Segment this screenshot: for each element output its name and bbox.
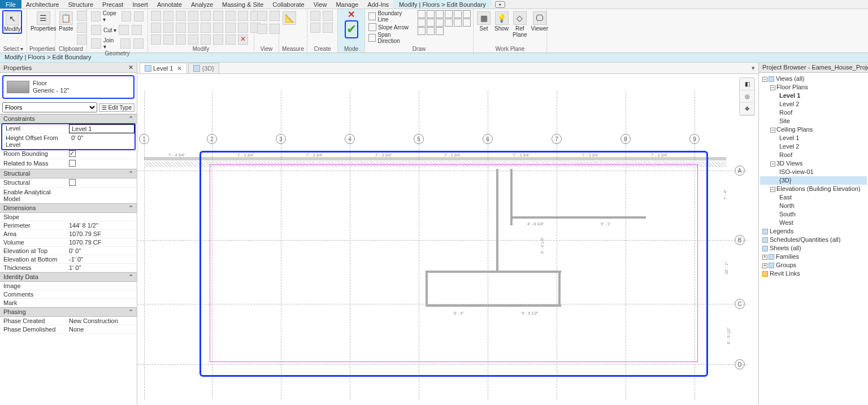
- scale-icon[interactable]: [188, 34, 198, 45]
- navigation-bar[interactable]: ◧ ◎ ✥: [739, 77, 755, 116]
- mod-09-icon[interactable]: [225, 23, 236, 33]
- mod-07-icon[interactable]: [188, 23, 198, 33]
- create4-icon[interactable]: [323, 23, 333, 33]
- draw-arc4-icon[interactable]: [427, 19, 435, 27]
- join-button[interactable]: Join ▾: [89, 37, 145, 50]
- draw-circ-icon[interactable]: [445, 10, 453, 18]
- node-cp-roof[interactable]: Roof: [760, 151, 867, 159]
- node-elev-west[interactable]: West: [760, 219, 867, 227]
- group-constraints[interactable]: Constraints⌃: [0, 114, 137, 124]
- rotate-icon[interactable]: [176, 23, 186, 33]
- node-views[interactable]: −Views (all): [760, 75, 867, 83]
- mod-10-icon[interactable]: [238, 23, 248, 33]
- mod-14-icon[interactable]: [225, 34, 236, 45]
- geom4-icon[interactable]: [132, 25, 142, 35]
- mod-08-icon[interactable]: [201, 23, 211, 33]
- structural-checkbox[interactable]: [69, 179, 76, 186]
- node-groups[interactable]: +Groups: [760, 261, 867, 269]
- array-icon[interactable]: [213, 23, 223, 33]
- menu-precast[interactable]: Precast: [98, 1, 128, 8]
- group-dimensions[interactable]: Dimensions⌃: [0, 203, 137, 213]
- node-fp-roof[interactable]: Roof: [760, 108, 867, 117]
- menu-annotate[interactable]: Annotate: [153, 1, 186, 8]
- node-ceilingplans[interactable]: −Ceiling Plans: [760, 125, 867, 134]
- menu-manage[interactable]: Manage: [331, 1, 363, 8]
- node-fp-level1[interactable]: Level 1: [760, 92, 867, 100]
- phase-demolished-field[interactable]: None: [67, 325, 137, 333]
- view2-icon[interactable]: [270, 11, 280, 21]
- cut-geom-button[interactable]: Cut ▾: [89, 24, 144, 36]
- span-direction-button[interactable]: Span Direction: [367, 32, 414, 44]
- menu-analyze[interactable]: Analyze: [186, 1, 218, 8]
- show-button[interactable]: 💡Show: [493, 10, 510, 33]
- menu-architecture[interactable]: Architecture: [21, 1, 64, 8]
- create3-icon[interactable]: [310, 23, 320, 33]
- geom5-icon[interactable]: [120, 38, 131, 49]
- pan-icon[interactable]: ✥: [740, 103, 754, 115]
- edit-type-button[interactable]: ☰Edit Type: [99, 103, 134, 112]
- view1-icon[interactable]: [257, 11, 267, 21]
- tab-level1-close-icon[interactable]: ✕: [177, 65, 182, 72]
- mod-04-icon[interactable]: [225, 11, 236, 21]
- slope-arrow-button[interactable]: Slope Arrow: [367, 23, 414, 31]
- node-iso-view[interactable]: ISO-view-01: [760, 168, 867, 176]
- node-elev-south[interactable]: South: [760, 210, 867, 219]
- draw-pick-icon[interactable]: [418, 27, 426, 35]
- menu-insert[interactable]: Insert: [128, 1, 153, 8]
- finish-edit-button[interactable]: ✔: [345, 20, 358, 38]
- copy2-icon[interactable]: [163, 23, 173, 33]
- set-button[interactable]: ▦Set: [476, 10, 492, 33]
- create2-icon[interactable]: [323, 11, 333, 21]
- menu-structure[interactable]: Structure: [63, 1, 98, 8]
- node-cp-level1[interactable]: Level 1: [760, 134, 867, 142]
- delete-icon[interactable]: ✕: [238, 34, 248, 45]
- menu-file[interactable]: File: [0, 0, 21, 8]
- offset-icon[interactable]: [163, 11, 173, 21]
- modify-button[interactable]: ↖ Modify: [2, 10, 22, 34]
- view3-icon[interactable]: [257, 24, 267, 34]
- mod-13-icon[interactable]: [213, 34, 223, 45]
- mark-field[interactable]: [67, 299, 137, 307]
- node-3d-view[interactable]: {3D}: [760, 176, 867, 185]
- node-3dviews[interactable]: −3D Views: [760, 159, 867, 168]
- node-floorplans[interactable]: −Floor Plans: [760, 83, 867, 92]
- comments-field[interactable]: [67, 290, 137, 298]
- menu-modify-tab[interactable]: Modify | Floors > Edit Boundary: [393, 0, 492, 8]
- node-sheets[interactable]: Sheets (all): [760, 244, 867, 252]
- properties-button[interactable]: ☰ Properties: [29, 10, 58, 33]
- geom1-icon[interactable]: [121, 11, 131, 21]
- pin-icon[interactable]: [176, 34, 186, 45]
- node-schedules[interactable]: Schedules/Quantities (all): [760, 236, 867, 244]
- menu-addins[interactable]: Add-Ins: [363, 1, 393, 8]
- mod-02-icon[interactable]: [201, 11, 211, 21]
- floor-sketch-boundary[interactable]: [210, 164, 698, 362]
- image-field[interactable]: [67, 282, 137, 290]
- mod-05-icon[interactable]: [238, 11, 248, 21]
- draw-spline-icon[interactable]: [445, 19, 453, 27]
- draw-rect-icon[interactable]: [427, 10, 435, 18]
- split-icon[interactable]: [163, 34, 173, 45]
- cancel-mode-icon[interactable]: ✕: [348, 10, 355, 19]
- record-icon[interactable]: [495, 1, 505, 8]
- menu-view[interactable]: View: [309, 1, 332, 8]
- type-selector[interactable]: Floor Generic - 12": [2, 75, 134, 99]
- geom2-icon[interactable]: [134, 11, 144, 21]
- draw-poly-icon[interactable]: [436, 10, 444, 18]
- properties-close-icon[interactable]: ✕: [128, 64, 133, 71]
- measure-button[interactable]: 📐: [281, 10, 297, 26]
- node-fp-site[interactable]: Site: [760, 117, 867, 125]
- tab-3d[interactable]: {3D}: [188, 63, 219, 73]
- node-elevations[interactable]: −Elevations (Building Elevation): [760, 185, 867, 193]
- room-bounding-checkbox[interactable]: [69, 150, 76, 157]
- menu-collaborate[interactable]: Collaborate: [268, 1, 309, 8]
- move-icon[interactable]: [151, 23, 161, 33]
- viewer-button[interactable]: 🖵Viewer: [530, 10, 549, 33]
- refplane-button[interactable]: ◇Ref Plane: [511, 10, 528, 39]
- node-elev-east[interactable]: East: [760, 193, 867, 202]
- draw-partial-icon[interactable]: [463, 19, 471, 27]
- draw-picksupport-icon[interactable]: [436, 27, 444, 35]
- group-identity[interactable]: Identity Data⌃: [0, 272, 137, 282]
- enable-analytical-field[interactable]: [67, 188, 137, 203]
- draw-pickwall-icon[interactable]: [427, 27, 435, 35]
- height-offset-field[interactable]: 0' 0": [69, 134, 134, 149]
